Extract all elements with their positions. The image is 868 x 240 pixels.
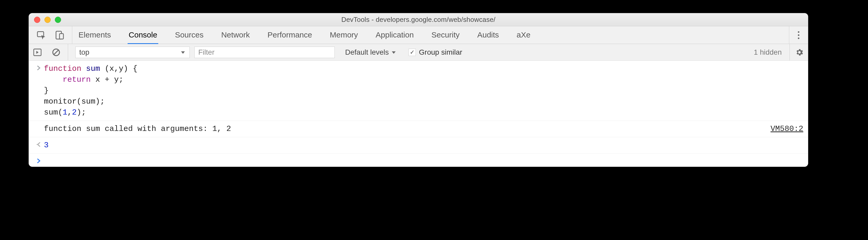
input-chevron-icon [33, 63, 44, 71]
zoom-window-button[interactable] [55, 17, 61, 23]
window-title: DevTools - developers.google.com/web/sho… [29, 16, 808, 24]
log-level-selector[interactable]: Default levels [345, 48, 397, 56]
prompt-chevron-icon [33, 156, 44, 164]
dropdown-arrow-icon [391, 50, 397, 55]
console-sidebar-toggle-icon[interactable] [33, 48, 42, 57]
hidden-messages-count[interactable]: 1 hidden [754, 48, 782, 56]
svg-point-5 [798, 37, 799, 39]
tab-memory[interactable]: Memory [329, 27, 359, 44]
console-input-row: function sum (x,y) { return x + y; } mon… [29, 61, 808, 121]
group-similar-checkbox[interactable]: ✓ Group similar [408, 48, 462, 56]
tab-security[interactable]: Security [430, 27, 461, 44]
inspect-element-icon[interactable] [37, 30, 46, 40]
svg-point-9 [37, 144, 37, 145]
console-source-link[interactable]: VM580:2 [765, 124, 803, 134]
titlebar: DevTools - developers.google.com/web/sho… [29, 13, 808, 26]
execution-context-selector[interactable]: top [75, 47, 190, 58]
console-filter-input[interactable]: Filter [194, 47, 335, 58]
tab-sources[interactable]: Sources [174, 27, 205, 44]
kebab-menu-icon[interactable] [795, 30, 802, 41]
svg-rect-2 [60, 33, 63, 39]
log-level-label: Default levels [345, 48, 389, 56]
traffic-lights [34, 17, 61, 23]
clear-console-icon[interactable] [52, 48, 61, 57]
close-window-button[interactable] [34, 17, 40, 23]
panel-tabs: Elements Console Sources Network Perform… [72, 26, 537, 44]
tab-network[interactable]: Network [220, 27, 251, 44]
dropdown-arrow-icon [180, 50, 186, 55]
checkbox-checked-icon: ✓ [408, 49, 416, 56]
filter-placeholder: Filter [198, 48, 214, 56]
execution-context-label: top [79, 48, 89, 56]
log-gutter [33, 124, 44, 125]
console-result-value: 3 [44, 140, 803, 151]
panel-tabs-bar: Elements Console Sources Network Perform… [29, 26, 808, 44]
svg-line-8 [54, 50, 59, 54]
console-result-row: 3 [29, 137, 808, 154]
svg-point-3 [798, 31, 799, 33]
tab-elements[interactable]: Elements [78, 27, 112, 44]
console-input-code: function sum (x,y) { return x + y; } mon… [44, 63, 803, 118]
console-output: function sum (x,y) { return x + y; } mon… [29, 61, 808, 167]
tab-console[interactable]: Console [128, 27, 158, 44]
console-toolbar: top Filter Default levels ✓ Group simila… [29, 44, 808, 61]
console-prompt-input[interactable] [44, 156, 803, 164]
svg-point-4 [798, 34, 799, 36]
console-log-row: function sum called with arguments: 1, 2… [29, 121, 808, 137]
console-log-text: function sum called with arguments: 1, 2 [44, 124, 765, 134]
minimize-window-button[interactable] [44, 17, 51, 23]
group-similar-label: Group similar [419, 48, 462, 56]
tab-axe[interactable]: aXe [516, 27, 531, 44]
result-chevron-icon [33, 140, 44, 148]
console-prompt[interactable] [29, 154, 808, 167]
devtools-window: DevTools - developers.google.com/web/sho… [29, 13, 808, 167]
tab-application[interactable]: Application [374, 27, 415, 44]
device-toolbar-icon[interactable] [55, 30, 64, 40]
tab-audits[interactable]: Audits [476, 27, 500, 44]
tab-performance[interactable]: Performance [267, 27, 313, 44]
console-settings-gear-icon[interactable] [795, 48, 804, 57]
